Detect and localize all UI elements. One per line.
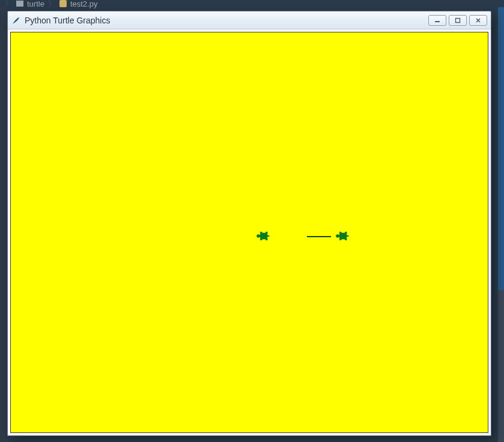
drawn-line [307,236,331,237]
maximize-button[interactable] [449,15,467,26]
breadcrumb: 〉 turtle 〉 test2.py [0,0,504,7]
folder-icon [16,1,23,7]
svg-rect-1 [456,18,460,22]
breadcrumb-folder[interactable]: turtle [27,0,44,8]
turtle-window: Python Turtle Graphics [7,11,491,436]
svg-point-5 [257,234,260,238]
breadcrumb-file[interactable]: test2.py [70,0,98,8]
turtle-1 [256,231,270,241]
svg-rect-17 [347,235,349,237]
minimize-button[interactable] [428,15,446,26]
close-button[interactable] [469,15,487,26]
feather-icon [11,16,21,25]
ide-right-strip [498,7,504,442]
titlebar[interactable]: Python Turtle Graphics [8,11,491,29]
window-controls [428,15,487,26]
window-title: Python Turtle Graphics [25,16,428,25]
turtle-canvas[interactable] [10,32,488,433]
svg-rect-0 [435,21,440,22]
breadcrumb-sep: 〉 [48,0,56,9]
python-file-icon [59,0,67,7]
svg-point-12 [336,234,339,238]
canvas-area [8,29,491,435]
turtle-2 [335,231,350,241]
svg-rect-10 [268,235,270,237]
ide-side-strip [0,7,7,442]
